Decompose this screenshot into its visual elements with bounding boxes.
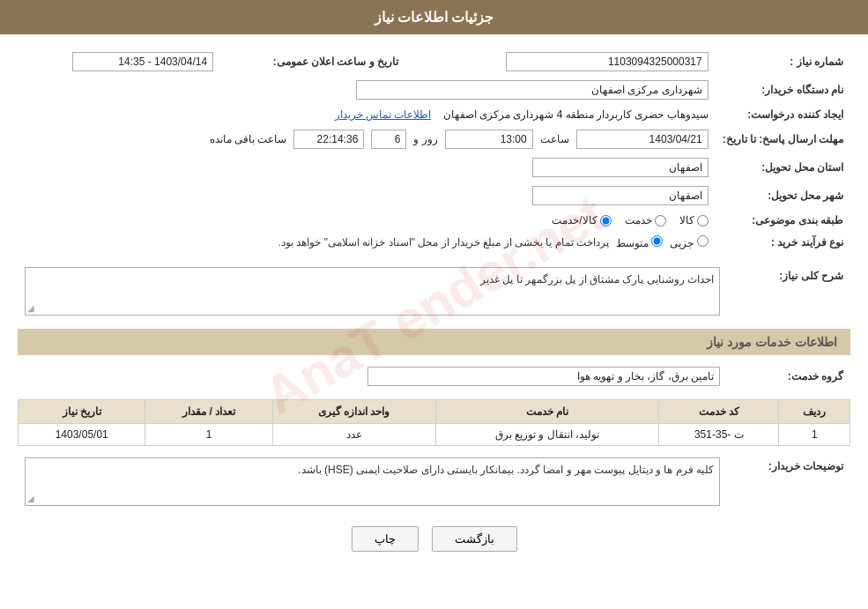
cell-date: 1403/05/01 <box>19 424 145 446</box>
category-radio-kala[interactable] <box>697 215 708 227</box>
deadline-remaining-label: ساعت باقی مانده <box>210 133 287 145</box>
city-label: شهر محل تحویل: <box>716 182 850 210</box>
deadline-date-input: 1403/04/21 <box>576 130 708 149</box>
deadline-days-input: 6 <box>371 130 406 149</box>
cell-service-name: تولید، انتقال و توزیع برق <box>435 424 659 446</box>
purchase-type-jozi[interactable]: جزیی <box>670 235 708 249</box>
category-radio-group: کالا خدمت کالا/خدمت <box>25 214 708 227</box>
description-table: شرح کلی نیاز: احداث روشنایی پارک مشتاق ا… <box>18 263 850 320</box>
category-radio-khedmat[interactable] <box>655 215 666 227</box>
description-value-cell: احداث روشنایی پارک مشتاق از پل بزرگمهر ت… <box>18 263 727 320</box>
category-radio-both[interactable] <box>600 215 612 227</box>
requester-value: سیدوهاب حضری کاربردار منطقه 4 شهرداری مر… <box>18 104 716 125</box>
description-label: شرح کلی نیاز: <box>727 263 850 320</box>
announce-input: 1403/04/14 - 14:35 <box>72 52 213 71</box>
city-input: اصفهان <box>532 186 708 205</box>
announce-value: 1403/04/14 - 14:35 <box>18 48 220 76</box>
info-table: شماره نیاز : 1103094325000317 تاریخ و سا… <box>18 48 850 254</box>
services-table: ردیف کد خدمت نام خدمت واحد اندازه گیری ت… <box>18 399 850 446</box>
col-date: تاریخ نیاز <box>19 400 145 424</box>
announce-label: تاریخ و ساعت اعلان عمومی: <box>220 48 405 76</box>
table-row: 1 ت -35-351 تولید، انتقال و توزیع برق عد… <box>19 424 850 446</box>
group-service-input: تامین برق، گاز، بخار و تهویه هوا <box>367 367 720 386</box>
header-title: جزئیات اطلاعات نیاز <box>375 10 494 25</box>
need-number-value: 1103094325000317 <box>432 48 716 76</box>
deadline-time-label: ساعت <box>540 133 569 145</box>
cell-unit: عدد <box>272 424 435 446</box>
col-service-name: نام خدمت <box>435 400 659 424</box>
purchase-radio-mottavasset[interactable] <box>651 235 663 247</box>
purchase-type-note: پرداخت تمام یا بخشی از مبلغ خریدار از مح… <box>278 236 609 249</box>
deadline-row: 1403/04/21 ساعت 13:00 روز و 6 22:14:36 س… <box>18 125 716 153</box>
buyer-notes-text: کلیه فرم ها و دیتایل پیوست مهر و امضا گر… <box>298 464 714 476</box>
print-button[interactable]: چاپ <box>352 526 419 552</box>
buyer-notes-value-cell: کلیه فرم ها و دیتایل پیوست مهر و امضا گر… <box>18 453 727 510</box>
requester-link[interactable]: اطلاعات تماس خریدار <box>335 108 432 121</box>
description-text: احداث روشنایی پارک مشتاق از پل بزرگمهر ت… <box>480 273 714 286</box>
category-option3-label: کالا/خدمت <box>552 214 597 227</box>
category-row: کالا خدمت کالا/خدمت <box>18 210 716 231</box>
buyer-org-label: نام دستگاه خریدار: <box>716 76 850 104</box>
purchase-option1-label: جزیی <box>670 237 694 249</box>
province-value: اصفهان <box>18 153 716 182</box>
cell-row-num: 1 <box>779 424 850 446</box>
category-option-both[interactable]: کالا/خدمت <box>552 214 611 227</box>
buyer-notes-label: توضیحات خریدار: <box>727 453 850 510</box>
group-service-label: گروه خدمت: <box>727 362 850 390</box>
category-option1-label: کالا <box>679 214 694 227</box>
description-box: احداث روشنایی پارک مشتاق از پل بزرگمهر ت… <box>25 267 720 316</box>
services-section-header: اطلاعات خدمات مورد نیاز <box>18 329 850 355</box>
category-option2-label: خدمت <box>625 214 652 227</box>
purchase-option2-label: متوسط <box>616 237 649 249</box>
cell-service-code: ت -35-351 <box>659 424 779 446</box>
need-number-label: شماره نیاز : <box>716 48 850 76</box>
deadline-label: مهلت ارسال پاسخ: تا تاریخ: <box>716 125 850 153</box>
deadline-time-input: 13:00 <box>445 130 533 149</box>
cell-quantity: 1 <box>145 424 272 446</box>
buyer-notes-box: کلیه فرم ها و دیتایل پیوست مهر و امضا گر… <box>25 457 720 506</box>
buyer-org-value: شهرداری مرکزی اصفهان <box>18 76 716 104</box>
col-quantity: تعداد / مقدار <box>145 400 272 424</box>
province-input: اصفهان <box>532 158 708 177</box>
button-row: بازگشت چاپ <box>18 526 850 552</box>
notes-resize-icon: ◢ <box>27 494 34 503</box>
category-label: طبقه بندی موضوعی: <box>716 210 850 231</box>
resize-icon: ◢ <box>27 303 34 313</box>
group-service-value-cell: تامین برق، گاز، بخار و تهویه هوا <box>18 362 727 390</box>
col-unit: واحد اندازه گیری <box>272 400 435 424</box>
services-group-table: گروه خدمت: تامین برق، گاز، بخار و تهویه … <box>18 362 850 390</box>
back-button[interactable]: بازگشت <box>432 526 517 552</box>
deadline-day-label: روز و <box>413 133 437 145</box>
page-title: جزئیات اطلاعات نیاز <box>0 0 868 34</box>
buyer-notes-table: توضیحات خریدار: کلیه فرم ها و دیتایل پیو… <box>18 453 850 510</box>
buyer-org-input: شهرداری مرکزی اصفهان <box>356 80 708 100</box>
content-area: شماره نیاز : 1103094325000317 تاریخ و سا… <box>0 34 868 574</box>
col-service-code: کد خدمت <box>659 400 779 424</box>
purchase-type-label: نوع فرآیند خرید : <box>716 231 850 254</box>
purchase-type-mottavasset[interactable]: متوسط <box>616 235 663 249</box>
page-container: AnaT ender.net جزئیات اطلاعات نیاز شماره… <box>0 0 868 609</box>
category-option-khedmat[interactable]: خدمت <box>625 214 666 227</box>
deadline-remaining-input: 22:14:36 <box>293 130 364 149</box>
requester-text: سیدوهاب حضری کاربردار منطقه 4 شهرداری مر… <box>443 108 708 121</box>
city-value: اصفهان <box>18 182 716 210</box>
category-option-kala[interactable]: کالا <box>679 214 708 227</box>
requester-label: ایجاد کننده درخواست: <box>716 104 850 125</box>
province-label: استان محل تحویل: <box>716 153 850 182</box>
col-row-num: ردیف <box>779 400 850 424</box>
purchase-type-row: جزیی متوسط پرداخت تمام یا بخشی از مبلغ خ… <box>18 231 716 254</box>
purchase-type-group: جزیی متوسط پرداخت تمام یا بخشی از مبلغ خ… <box>25 235 708 249</box>
purchase-radio-jozi[interactable] <box>697 235 708 247</box>
need-number-input: 1103094325000317 <box>506 52 708 71</box>
